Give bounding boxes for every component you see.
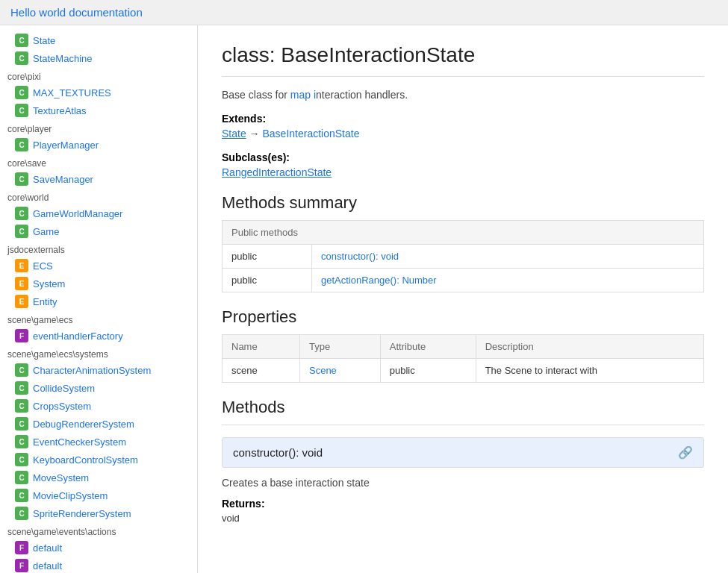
method-visibility: public — [223, 269, 312, 292]
sidebar-category: scene\game\ecs\systems — [0, 345, 197, 361]
sidebar-category: jsdocexternals — [0, 240, 197, 257]
sidebar-item-debugrenderersystem[interactable]: CDebugRendererSystem — [0, 415, 197, 433]
sidebar-item-label: State — [33, 35, 55, 46]
sidebar-item-characteranimationsystem[interactable]: CCharacterAnimationSystem — [0, 361, 197, 379]
badge-c: C — [15, 172, 28, 186]
sidebar-category: core\world — [0, 188, 197, 204]
property-col-header: Type — [299, 335, 380, 359]
header: Hello world documentation — [0, 0, 728, 25]
sidebar-item-label: PlayerManager — [33, 140, 99, 151]
extends-state-link[interactable]: State — [222, 128, 246, 140]
sidebar-item-default[interactable]: Fdefault — [0, 539, 197, 557]
method-visibility: public — [223, 245, 312, 269]
sidebar-item-ecs[interactable]: EECS — [0, 257, 197, 275]
property-col-header: Description — [476, 335, 703, 359]
method-row: publicconstructor(): void — [223, 245, 704, 269]
badge-c: C — [15, 471, 28, 484]
badge-f: F — [15, 329, 28, 342]
sidebar-item-spriterenderersystem[interactable]: CSpriteRendererSystem — [0, 504, 197, 522]
sidebar-item-movieclipsystem[interactable]: CMovieClipSystem — [0, 486, 197, 504]
sidebar-item-textureatlas[interactable]: CTextureAtlas — [0, 101, 197, 119]
sidebar-item-gameworldmanager[interactable]: CGameWorldManager — [0, 204, 197, 222]
property-type[interactable]: Scene — [299, 359, 380, 383]
sidebar-item-label: KeyboardControlSystem — [33, 454, 138, 466]
badge-c: C — [15, 138, 28, 151]
sidebar-item-label: MovieClipSystem — [33, 490, 108, 501]
sidebar-item-max_textures[interactable]: CMAX_TEXTURES — [0, 84, 197, 101]
badge-f: F — [15, 541, 28, 554]
badge-c: C — [15, 225, 28, 238]
property-type-link[interactable]: Scene — [309, 365, 337, 376]
property-col-header: Name — [223, 335, 300, 359]
sidebar-item-label: Game — [33, 226, 59, 237]
sidebar-category: scene\game\events\actions — [0, 522, 197, 539]
public-methods-header: Public methods — [223, 221, 704, 245]
method-signature-link[interactable]: getActionRange(): Number — [321, 275, 437, 286]
badge-f: F — [15, 559, 28, 572]
sidebar-item-default[interactable]: Fdefault — [0, 557, 197, 573]
badge-e: E — [15, 277, 28, 290]
badge-c: C — [15, 435, 28, 448]
methods-table: Public methods publicconstructor(): void… — [222, 220, 704, 292]
sidebar-item-cropssystem[interactable]: CCropsSystem — [0, 397, 197, 415]
sidebar-item-state[interactable]: CState — [0, 31, 197, 49]
sidebar-item-statemachine[interactable]: CStateMachine — [0, 49, 197, 67]
sidebar-item-label: CropsSystem — [33, 401, 91, 412]
returns-value: void — [222, 513, 704, 524]
property-attribute: public — [380, 359, 476, 383]
property-description: The Scene to interact with — [476, 359, 703, 383]
badge-c: C — [15, 34, 28, 47]
class-title: class: BaseInteractionState — [222, 43, 704, 67]
badge-c: C — [15, 489, 28, 502]
sidebar-item-label: StateMachine — [33, 53, 93, 64]
sidebar-item-eventcheckersystem[interactable]: CEventCheckerSystem — [0, 433, 197, 451]
sidebar-item-savemanager[interactable]: CSaveManager — [0, 170, 197, 188]
sidebar-category: core\player — [0, 119, 197, 136]
method-signature[interactable]: getActionRange(): Number — [312, 269, 704, 292]
sidebar-item-label: default — [33, 560, 62, 572]
class-description: Base class for map interaction handlers. — [222, 89, 704, 101]
sidebar-item-label: MAX_TEXTURES — [33, 87, 111, 98]
badge-e: E — [15, 259, 28, 272]
sidebar-item-system[interactable]: ESystem — [0, 275, 197, 292]
sidebar-item-movesystem[interactable]: CMoveSystem — [0, 469, 197, 486]
returns-label: Returns: — [222, 498, 704, 510]
sidebar-category: core\save — [0, 154, 197, 170]
sidebar-item-label: TextureAtlas — [33, 105, 87, 116]
properties-title: Properties — [222, 307, 704, 327]
subclass-label: Subclass(es): — [222, 151, 704, 163]
badge-c: C — [15, 381, 28, 395]
sidebar-item-label: GameWorldManager — [33, 208, 122, 219]
badge-c: C — [15, 86, 28, 99]
sidebar-item-label: MoveSystem — [33, 472, 89, 483]
sidebar-item-keyboardcontrolsystem[interactable]: CKeyboardControlSystem — [0, 451, 197, 469]
sidebar-item-label: SpriteRendererSystem — [33, 508, 131, 519]
method-signature[interactable]: constructor(): void — [312, 245, 704, 269]
badge-c: C — [15, 399, 28, 413]
method-signature-link[interactable]: constructor(): void — [321, 251, 399, 262]
method-row: publicgetActionRange(): Number — [223, 269, 704, 292]
badge-c: C — [15, 207, 28, 220]
method-link-icon[interactable]: 🔗 — [678, 445, 693, 460]
sidebar-item-label: default — [33, 542, 62, 554]
property-row: sceneScenepublicThe Scene to interact wi… — [223, 359, 704, 383]
sidebar-item-label: EventCheckerSystem — [33, 436, 126, 448]
subclass-link[interactable]: RangedInteractionState — [222, 166, 332, 178]
property-name: scene — [223, 359, 300, 383]
sidebar-item-label: SaveManager — [33, 174, 93, 185]
badge-c: C — [15, 453, 28, 466]
sidebar-item-playermanager[interactable]: CPlayerManager — [0, 136, 197, 154]
constructor-method-name: constructor(): void — [233, 446, 323, 459]
sidebar-item-game[interactable]: CGame — [0, 222, 197, 240]
sidebar-item-eventhandlerfactory[interactable]: FeventHandlerFactory — [0, 327, 197, 345]
methods-summary-title: Methods summary — [222, 193, 704, 213]
badge-e: E — [15, 295, 28, 308]
methods-title: Methods — [222, 398, 704, 417]
site-title[interactable]: Hello world documentation — [10, 6, 143, 19]
sidebar-item-collidesystem[interactable]: CCollideSystem — [0, 379, 197, 397]
sidebar-item-label: DebugRendererSystem — [33, 419, 134, 430]
badge-c: C — [15, 363, 28, 377]
sidebar-category: core\pixi — [0, 67, 197, 84]
badge-c: C — [15, 507, 28, 520]
sidebar-item-entity[interactable]: EEntity — [0, 292, 197, 310]
